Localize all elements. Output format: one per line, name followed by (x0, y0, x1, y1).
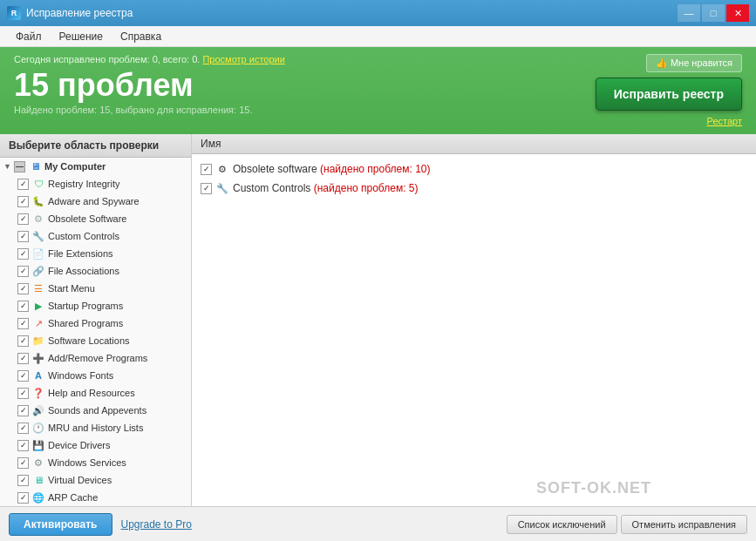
label-services: Windows Services (48, 457, 126, 468)
file-icon: 📄 (31, 247, 45, 260)
titlebar-controls: — □ ✕ (678, 4, 749, 22)
label-file-assoc: File Associations (48, 266, 119, 276)
checkbox-start[interactable]: ✓ (17, 283, 29, 294)
label-start-menu: Start Menu (48, 283, 95, 294)
tree-item-software-loc[interactable]: ✓ 📁 Software Locations (0, 332, 191, 349)
result-checkbox-custom[interactable]: ✓ (201, 183, 212, 194)
tree-item-shared[interactable]: ✓ ↗ Shared Programs (0, 314, 191, 332)
close-button[interactable]: ✕ (726, 4, 749, 22)
label-obsolete: Obsolete Software (48, 213, 127, 224)
checkbox-custom[interactable]: ✓ (17, 231, 29, 242)
result-count-custom: (найдено проблем: 5) (310, 182, 418, 194)
checkbox-startup[interactable]: ✓ (17, 301, 29, 312)
left-panel: Выберите область проверки ▼ — 🖥 My Compu… (0, 134, 192, 506)
titlebar: R Исправление реестра — □ ✕ (0, 0, 756, 26)
tree-item-startup[interactable]: ✓ ▶ Startup Programs (0, 297, 191, 314)
result-text-obsolete: Obsolete software (233, 163, 317, 175)
tree-item-registry-integrity[interactable]: ✓ 🛡 Registry Integrity (0, 175, 191, 193)
tree-item-services[interactable]: ✓ ⚙ Windows Services (0, 454, 191, 471)
tree-item-virtual[interactable]: ✓ 🖥 Virtual Devices (0, 471, 191, 489)
tree-item-adware[interactable]: ✓ 🐛 Adware and Spyware (0, 193, 191, 210)
menu-solution[interactable]: Решение (51, 29, 112, 44)
cancel-button[interactable]: Отменить исправления (621, 515, 747, 534)
footer: Активировать Upgrade to Pro Список исклю… (0, 506, 756, 541)
expand-icon: ▼ (3, 162, 12, 171)
checkbox-sounds[interactable]: ✓ (17, 405, 29, 416)
history-link[interactable]: Просмотр истории (202, 54, 284, 64)
label-custom: Custom Controls (48, 231, 119, 241)
app-title: Исправление реестра (26, 7, 133, 19)
left-panel-header: Выберите область проверки (0, 134, 191, 158)
label-virtual: Virtual Devices (48, 475, 112, 485)
fix-registry-button[interactable]: Исправить реестр (596, 78, 742, 111)
tree-item-start-menu[interactable]: ✓ ☰ Start Menu (0, 280, 191, 297)
exclude-button[interactable]: Список исключений (507, 515, 617, 534)
checkbox-virtual[interactable]: ✓ (17, 475, 29, 486)
tree-item-my-computer[interactable]: ▼ — 🖥 My Computer (0, 158, 191, 175)
checkbox-adware[interactable]: ✓ (17, 196, 29, 207)
obsolete-icon: ⚙ (31, 212, 45, 226)
menu-help[interactable]: Справка (112, 29, 170, 44)
label-help: Help and Resources (48, 388, 135, 398)
restart-link[interactable]: Рестарт (707, 116, 742, 126)
checkbox-software-loc[interactable]: ✓ (17, 335, 29, 347)
checkbox-obsolete[interactable]: ✓ (17, 213, 29, 225)
upgrade-link[interactable]: Upgrade to Pro (121, 518, 192, 531)
banner-right: 👍 Мне нравится Исправить реестр Рестарт (596, 54, 742, 126)
result-list: ✓ ⚙ Obsolete software (найдено проблем: … (192, 154, 756, 506)
activate-button[interactable]: Активировать (9, 513, 112, 536)
menu-icon: ☰ (31, 281, 45, 295)
tree-item-add-remove[interactable]: ✓ ➕ Add/Remove Programs (0, 349, 191, 367)
tree-item-file-ext[interactable]: ✓ 📄 File Extensions (0, 245, 191, 262)
maximize-button[interactable]: □ (702, 4, 725, 22)
history-icon: 🕐 (31, 421, 45, 435)
result-obsolete[interactable]: ✓ ⚙ Obsolete software (найдено проблем: … (197, 159, 751, 179)
checkbox-arp[interactable]: ✓ (17, 492, 29, 504)
checkbox-mru[interactable]: ✓ (17, 423, 29, 434)
custom-icon: 🔧 (31, 229, 45, 243)
label-arp: ARP Cache (48, 492, 98, 503)
checkbox-my-computer[interactable]: — (14, 161, 25, 172)
tree-item-arp[interactable]: ✓ 🌐 ARP Cache (0, 489, 191, 506)
label-mru: MRU and History Lists (48, 423, 143, 433)
checkbox-help[interactable]: ✓ (17, 388, 29, 399)
result-checkbox-obsolete[interactable]: ✓ (201, 164, 212, 175)
share-icon: ↗ (31, 316, 45, 330)
checkbox-services[interactable]: ✓ (17, 457, 29, 469)
checkbox-file-ext[interactable]: ✓ (17, 248, 29, 260)
tree-item-custom[interactable]: ✓ 🔧 Custom Controls (0, 227, 191, 245)
tree-item-sounds[interactable]: ✓ 🔊 Sounds and Appevents (0, 402, 191, 419)
tree-item-devices[interactable]: ✓ 💾 Device Drivers (0, 436, 191, 454)
checkbox-registry[interactable]: ✓ (17, 179, 29, 190)
result-custom[interactable]: ✓ 🔧 Custom Controls (найдено проблем: 5) (197, 179, 751, 198)
label-file-ext: File Extensions (48, 248, 113, 259)
minimize-button[interactable]: — (678, 4, 700, 22)
label-sounds: Sounds and Appevents (48, 405, 146, 416)
checkbox-fonts[interactable]: ✓ (17, 370, 29, 382)
label-my-computer: My Computer (44, 161, 106, 172)
label-software-loc: Software Locations (48, 335, 130, 346)
checkbox-add-remove[interactable]: ✓ (17, 353, 29, 364)
checkbox-file-assoc[interactable]: ✓ (17, 266, 29, 277)
menu-file[interactable]: Файл (7, 29, 51, 44)
tree-item-fonts[interactable]: ✓ A Windows Fonts (0, 367, 191, 384)
app-icon: R (7, 6, 21, 20)
result-count-obsolete: (найдено проблем: 10) (317, 163, 431, 175)
add-icon: ➕ (31, 351, 45, 365)
tree-item-help[interactable]: ✓ ❓ Help and Resources (0, 384, 191, 402)
computer-icon: 🖥 (28, 159, 42, 173)
footer-right: Список исключений Отменить исправления (507, 515, 747, 534)
result-text-custom: Custom Controls (233, 182, 310, 194)
checkbox-shared[interactable]: ✓ (17, 318, 29, 329)
like-button[interactable]: 👍 Мне нравится (646, 54, 742, 72)
tree-item-obsolete[interactable]: ✓ ⚙ Obsolete Software (0, 210, 191, 227)
tree-item-file-assoc[interactable]: ✓ 🔗 File Associations (0, 262, 191, 280)
startup-icon: ▶ (31, 299, 45, 313)
device-icon: 💾 (31, 438, 45, 452)
checkbox-devices[interactable]: ✓ (17, 440, 29, 451)
label-shared: Shared Programs (48, 318, 123, 328)
label-add-remove: Add/Remove Programs (48, 353, 147, 363)
tree-item-mru[interactable]: ✓ 🕐 MRU and History Lists (0, 419, 191, 436)
label-devices: Device Drivers (48, 440, 111, 450)
result-icon-custom: 🔧 (215, 181, 229, 195)
